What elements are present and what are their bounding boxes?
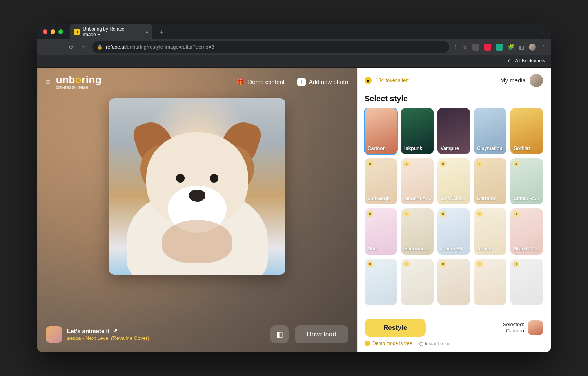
style-label: Claymation <box>477 146 503 151</box>
plus-icon: ＋ <box>297 78 306 86</box>
minimize-window-button[interactable] <box>51 29 55 34</box>
share-icon[interactable]: ⇪ <box>453 44 458 50</box>
sidepanel-icon[interactable]: ▥ <box>519 44 524 50</box>
style-tile[interactable]: Gorillaz <box>510 108 543 154</box>
coin-badge-icon: u <box>440 161 446 167</box>
animate-track: aespa - Next Level (Revaline Cover) <box>67 335 149 341</box>
style-label: Gorillaz <box>514 146 540 151</box>
instant-note: ◷ Instant result <box>419 341 452 347</box>
coin-badge-icon: u <box>367 261 373 267</box>
coin-icon <box>365 341 370 346</box>
style-tile[interactable]: uHalloween ... <box>401 208 434 255</box>
style-tile[interactable]: uGrand Thie... <box>510 208 543 255</box>
style-tile[interactable]: uModern An... <box>401 158 434 204</box>
selected-name: Cartoon <box>503 328 524 334</box>
tab-title: Unboring by Reface – Image R <box>83 26 140 37</box>
add-new-photo-button[interactable]: ＋ Add new photo <box>297 78 348 86</box>
compare-button[interactable]: ◧ <box>270 325 289 343</box>
url-text: reface.ai/unboring/restyle-image/editor?… <box>106 44 214 50</box>
style-tile[interactable]: u <box>474 259 506 305</box>
style-tile[interactable]: uCartoon <box>474 158 506 204</box>
selected-thumb <box>528 320 543 335</box>
brand-logo[interactable]: unboring powered by reface <box>56 75 102 89</box>
style-tile[interactable]: Inkpunk <box>401 108 434 154</box>
close-window-button[interactable] <box>43 29 47 34</box>
forward-button[interactable]: → <box>54 44 63 50</box>
style-tile[interactable]: uDoll <box>365 208 397 255</box>
style-tile[interactable]: uComic Fan... <box>510 158 543 204</box>
editor-footer: Let's animate it ↗ aespa - Next Level (R… <box>37 320 357 352</box>
folder-icon: 🗀 <box>508 58 513 64</box>
editor-panel: ≡ unboring powered by reface 🎁 Demo cont… <box>37 68 357 352</box>
style-panel: u 184 tokens left My media Select style … <box>357 68 551 352</box>
browser-tab[interactable]: u Unboring by Reface – Image R × <box>70 24 152 40</box>
style-label: Cartoon <box>477 196 503 201</box>
extensions-puzzle-icon[interactable]: 🧩 <box>508 44 514 50</box>
hamburger-icon[interactable]: ≡ <box>46 77 51 86</box>
address-bar[interactable]: 🔒 reface.ai/unboring/restyle-image/edito… <box>92 41 449 53</box>
style-label: Cartoon <box>368 146 394 151</box>
coin-badge-icon: u <box>476 161 483 167</box>
style-tile[interactable]: u <box>365 259 397 305</box>
style-tile[interactable]: uAnime Elf <box>437 208 470 255</box>
restyle-button[interactable]: Restyle <box>365 319 426 337</box>
style-tile[interactable]: u <box>401 259 434 305</box>
style-tile[interactable]: Claymation <box>474 108 506 154</box>
tab-close-icon[interactable]: × <box>145 29 149 35</box>
browser-titlebar: u Unboring by Reface – Image R × ＋ ⌄ <box>37 24 551 39</box>
demo-content-button[interactable]: 🎁 Demo content <box>236 78 285 86</box>
style-footer-meta: Demo mode is free ◷ Instant result <box>357 341 551 352</box>
style-label: Anime Elf <box>441 246 467 252</box>
bookmarks-bar: 🗀 All Bookmarks <box>37 55 551 68</box>
style-tile[interactable]: uVan Gogh <box>365 158 397 204</box>
menu-kebab-icon[interactable]: ⋮ <box>541 44 546 50</box>
browser-toolbar: ← → ⟳ ⌂ 🔒 reface.ai/unboring/restyle-ima… <box>37 39 551 55</box>
home-button[interactable]: ⌂ <box>80 44 88 50</box>
selected-style-block: Selected: Cartoon <box>503 320 543 335</box>
extension-icon[interactable] <box>472 44 479 51</box>
tokens-left[interactable]: 184 tokens left <box>376 77 409 83</box>
maximize-window-button[interactable] <box>58 29 63 34</box>
reload-button[interactable]: ⟳ <box>67 44 76 50</box>
animate-card[interactable]: Let's animate it ↗ aespa - Next Level (R… <box>46 326 149 343</box>
coin-badge-icon: u <box>403 161 410 167</box>
result-image[interactable] <box>109 98 285 275</box>
coin-badge-icon: u <box>403 211 410 217</box>
style-tile[interactable]: Vampire <box>437 108 470 154</box>
clock-icon: ◷ <box>419 341 423 347</box>
editor-header: ≡ unboring powered by reface 🎁 Demo cont… <box>37 68 357 97</box>
style-tile[interactable]: u <box>437 259 470 305</box>
style-tile[interactable]: Cartoon <box>365 108 397 154</box>
style-label: 90-s Carto... <box>441 196 467 201</box>
coin-badge-icon: u <box>513 211 519 217</box>
extension-icon[interactable] <box>496 44 503 51</box>
new-tab-button[interactable]: ＋ <box>156 27 167 37</box>
style-label: Van Gogh <box>368 196 394 201</box>
style-tile[interactable]: u <box>510 259 543 305</box>
styles-grid: CartoonInkpunkVampireClaymationGorillazu… <box>357 108 551 313</box>
style-tile[interactable]: uAnime <box>474 208 506 255</box>
user-avatar[interactable] <box>530 74 543 87</box>
bookmark-star-icon[interactable]: ☆ <box>463 44 468 50</box>
style-header: u 184 tokens left My media <box>357 68 551 93</box>
section-title: Select style <box>357 93 551 108</box>
window-controls <box>43 29 63 34</box>
toolbar-icons: ⇪ ☆ 🧩 ▥ ⋮ <box>453 44 546 51</box>
coin-badge-icon: u <box>440 261 446 267</box>
coin-badge-icon: u <box>367 211 373 217</box>
style-label: Halloween ... <box>404 246 430 252</box>
arrow-up-right-icon: ↗ <box>113 327 118 334</box>
all-bookmarks-link[interactable]: All Bookmarks <box>515 58 545 64</box>
tab-favicon: u <box>74 29 80 35</box>
back-button[interactable]: ← <box>42 44 51 50</box>
extension-icon[interactable] <box>484 44 491 51</box>
style-label: Inkpunk <box>404 146 430 151</box>
profile-avatar-icon[interactable] <box>529 44 536 51</box>
my-media-link[interactable]: My media <box>500 77 526 84</box>
style-tile[interactable]: u90-s Carto... <box>437 158 470 204</box>
tabs-overflow-icon[interactable]: ⌄ <box>541 29 545 35</box>
coin-badge-icon: u <box>367 161 373 167</box>
browser-window: u Unboring by Reface – Image R × ＋ ⌄ ← →… <box>37 24 551 352</box>
download-button[interactable]: Download <box>295 325 348 343</box>
style-label: Anime <box>477 246 503 252</box>
